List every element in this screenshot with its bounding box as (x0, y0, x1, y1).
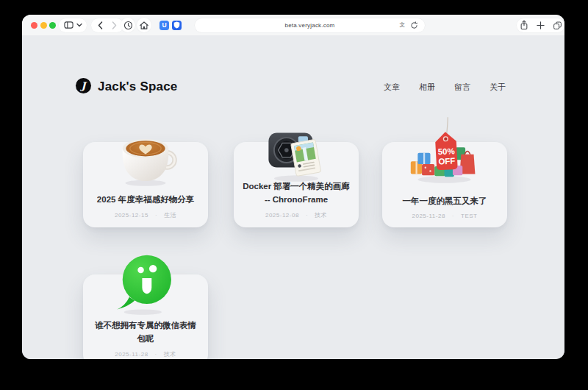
blue-extension-button-1[interactable]: U (159, 21, 169, 30)
nav-item-about[interactable]: 关于 (490, 82, 506, 93)
reload-icon[interactable] (410, 21, 418, 29)
site-logo[interactable]: J (76, 78, 91, 93)
blue-extension-button-2[interactable] (172, 21, 182, 30)
camera-photo-image (262, 118, 331, 183)
tag-badge-line2: OFF (438, 156, 455, 166)
meta-separator: · (155, 212, 157, 219)
meta-separator: · (306, 212, 308, 219)
wechat-sticker-image (112, 251, 179, 316)
card-content: Docker 部署一个精美的画廊 -- ChronoFrame 2025-12-… (238, 180, 354, 219)
card-content: 一年一度的黑五又来了 2025-11-28 · TEST (387, 195, 503, 219)
site-title: Jack's Space (98, 79, 178, 94)
sidebar-toggle-button[interactable] (59, 18, 87, 32)
tab-overview-icon[interactable] (553, 21, 562, 30)
page-content: J Jack's Space 文章 相册 留言 关于 (22, 35, 564, 359)
post-title: 谁不想拥有专属的微信表情包呢 (91, 319, 200, 346)
address-bar[interactable]: beta.veryjack.com 文 (195, 18, 425, 32)
new-tab-plus-icon[interactable] (537, 21, 545, 29)
browser-toolbar: U beta.veryjack.com 文 (22, 15, 564, 36)
post-card-chronoframe[interactable]: Docker 部署一个精美的画廊 -- ChronoFrame 2025-12-… (234, 142, 359, 227)
screenshot-stage: U beta.veryjack.com 文 (0, 0, 588, 390)
post-date: 2025-11-28 (115, 351, 148, 358)
post-meta: 2025-12-15 · 生活 (115, 211, 176, 219)
chevron-down-icon (76, 23, 82, 27)
post-title: Docker 部署一个精美的画廊 -- ChronoFrame (242, 180, 351, 207)
logo-glyph: J (81, 81, 85, 91)
history-clock-button[interactable] (121, 18, 135, 32)
toolbar-right-group (517, 18, 564, 32)
post-card-happiness-goods[interactable]: 2025 年度幸福感好物分享 2025-12-15 · 生活 (83, 142, 208, 227)
url-text: beta.veryjack.com (285, 22, 335, 29)
safari-window: U beta.veryjack.com 文 (22, 15, 564, 359)
share-icon[interactable] (520, 20, 528, 30)
meta-separator: · (155, 351, 157, 358)
minimize-window-button[interactable] (40, 22, 47, 29)
post-category: 技术 (164, 350, 176, 358)
nav-item-messages[interactable]: 留言 (454, 82, 470, 93)
card-content: 2025 年度幸福感好物分享 2025-12-15 · 生活 (87, 194, 204, 219)
post-date: 2025-12-08 (265, 212, 299, 219)
post-card-wechat-stickers[interactable]: 谁不想拥有专属的微信表情包呢 2025-11-28 · 技术 (83, 274, 208, 359)
coffee-latte-image (112, 123, 179, 188)
forward-icon[interactable] (112, 21, 117, 29)
main-nav: 文章 相册 留言 关于 (384, 82, 506, 93)
post-date: 2025-11-28 (412, 213, 445, 219)
home-button[interactable] (137, 18, 151, 32)
nav-item-articles[interactable]: 文章 (384, 82, 400, 93)
home-icon (139, 21, 149, 30)
card-content: 谁不想拥有专属的微信表情包呢 2025-11-28 · 技术 (87, 319, 204, 358)
close-window-button[interactable] (31, 22, 37, 29)
post-category: 生活 (164, 211, 176, 219)
post-meta: 2025-11-28 · TEST (412, 213, 478, 219)
black-friday-gifts-image: 50% OFF (408, 114, 481, 186)
history-clock-icon (123, 21, 133, 30)
post-meta: 2025-11-28 · 技术 (115, 350, 176, 358)
extension-1-glyph: U (162, 22, 166, 29)
translate-icon[interactable]: 文 (400, 21, 406, 29)
post-category: 技术 (315, 211, 327, 219)
address-bar-icons: 文 (400, 18, 419, 32)
post-date: 2025-12-15 (115, 212, 148, 219)
post-meta: 2025-12-08 · 技术 (265, 211, 327, 219)
nav-item-album[interactable]: 相册 (419, 82, 435, 93)
back-icon[interactable] (98, 21, 103, 29)
meta-separator: · (452, 213, 454, 219)
history-nav-group (91, 18, 123, 32)
post-category: TEST (461, 213, 477, 219)
sidebar-icon (64, 21, 74, 29)
post-title: 一年一度的黑五又来了 (403, 195, 487, 208)
tag-badge-line1: 50% (438, 146, 455, 156)
post-title: 2025 年度幸福感好物分享 (97, 194, 194, 207)
shield-icon (173, 21, 180, 29)
zoom-window-button[interactable] (49, 22, 56, 29)
post-card-black-friday[interactable]: 50% OFF 一年一度的黑五又来了 2025-11-28 · TEST (382, 142, 507, 227)
